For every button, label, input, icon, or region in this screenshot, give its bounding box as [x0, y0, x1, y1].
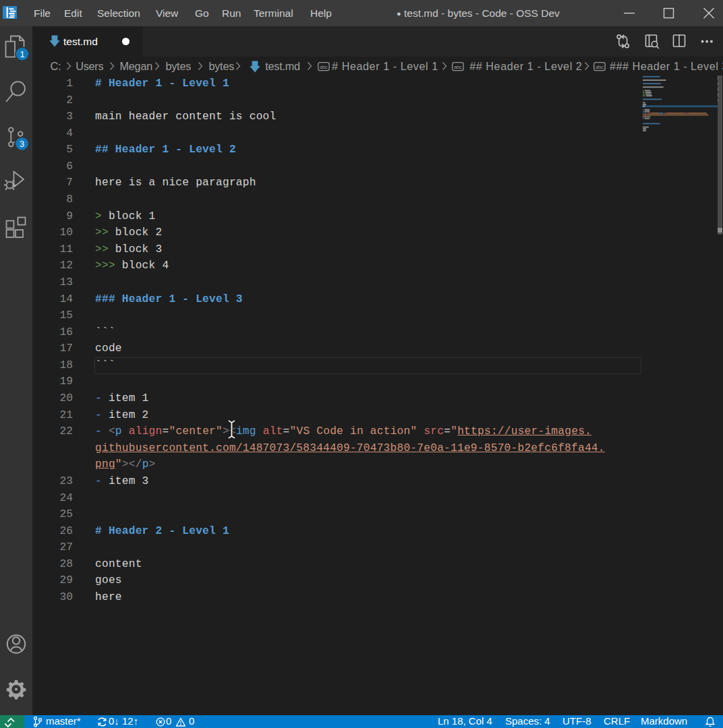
svg-text:abc: abc	[320, 63, 328, 69]
svg-text:abc: abc	[454, 63, 462, 69]
svg-text:abc: abc	[596, 63, 604, 69]
svg-text:3: 3	[20, 139, 24, 149]
svg-text:1: 1	[20, 49, 24, 59]
